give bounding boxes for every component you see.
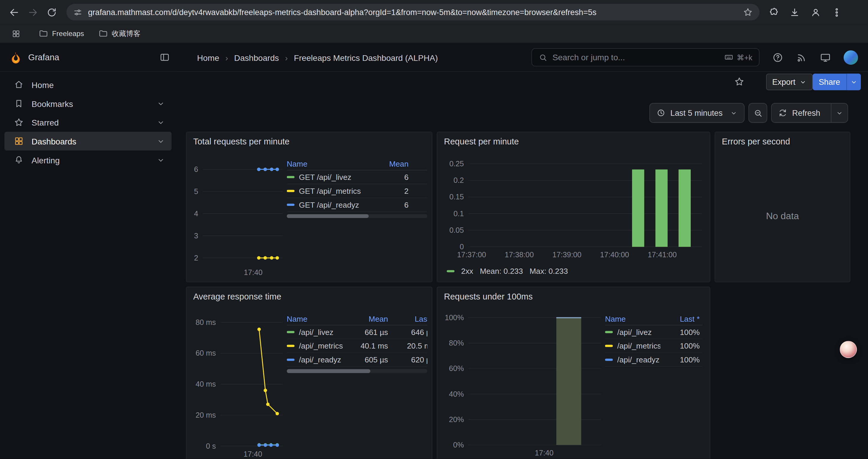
sidebar-item-bookmarks[interactable]: Bookmarks: [4, 94, 172, 113]
panel-request-per-minute[interactable]: Request per minute 0.250.20.150.10.05017…: [437, 132, 710, 282]
panel-average-response-time[interactable]: Average response time 80 ms60 ms40 ms20 …: [186, 287, 433, 459]
series-name[interactable]: /api/_readyz: [617, 355, 659, 364]
chevron-down-icon[interactable]: [157, 119, 165, 127]
bookmark-folder-blogs[interactable]: 收藏博客: [98, 28, 140, 38]
legend-scrollbar-thumb[interactable]: [287, 369, 370, 373]
legend-row[interactable]: /api/_livez661 µs646 µs: [287, 326, 428, 339]
downloads-button[interactable]: [785, 3, 804, 22]
chevron-down-icon[interactable]: [157, 100, 165, 108]
sidebar-item-dashboards[interactable]: Dashboards: [4, 132, 172, 151]
refresh-button[interactable]: Refresh: [771, 103, 848, 123]
help-icon[interactable]: [772, 52, 783, 63]
legend-scrollbar[interactable]: [287, 214, 428, 218]
url-text[interactable]: grafana.mathmast.com/d/deytv4rwavabkb/fr…: [88, 8, 737, 17]
reload-button[interactable]: [42, 3, 61, 22]
sidebar-item-starred[interactable]: Starred: [4, 113, 172, 132]
legend-col-mean[interactable]: Mean: [370, 160, 409, 168]
browser-menu-button[interactable]: [827, 3, 846, 22]
forward-button[interactable]: [23, 3, 42, 22]
series-color-chip: [287, 345, 294, 347]
legend-col-last-[interactable]: Last *: [388, 314, 427, 323]
series-name[interactable]: GET /api/_metrics: [299, 186, 361, 195]
series-name[interactable]: /api/_readyz: [299, 355, 341, 364]
series-name[interactable]: GET /api/_livez: [299, 173, 351, 182]
export-button[interactable]: Export: [766, 73, 812, 90]
panel-requests-under-100ms[interactable]: Requests under 100ms 100%80%60%40%20%0%1…: [437, 287, 710, 459]
apps-grid-button[interactable]: [8, 26, 24, 41]
panel-title[interactable]: Errors per second: [722, 137, 790, 147]
zoom-out-time-button[interactable]: [748, 103, 767, 123]
legend-col-last-[interactable]: Last *: [660, 314, 700, 323]
user-avatar[interactable]: [844, 51, 858, 65]
extensions-button[interactable]: [764, 3, 783, 22]
series-name[interactable]: /api/_livez: [299, 328, 334, 336]
panel-total-requests[interactable]: Total requests per minute 6543217:40 Nam…: [186, 132, 433, 282]
news-rss-icon[interactable]: [796, 52, 807, 63]
series-name[interactable]: /api/_metrics: [617, 341, 660, 350]
legend-col-name[interactable]: Name: [287, 160, 370, 168]
legend-header: NameMeanLast *: [287, 313, 428, 326]
time-range-picker[interactable]: Last 5 minutes: [649, 103, 745, 123]
search-input[interactable]: [553, 53, 719, 62]
back-button[interactable]: [4, 3, 23, 22]
chevron-down-icon[interactable]: [157, 137, 165, 145]
series-color-chip: [287, 204, 294, 206]
legend-row[interactable]: /api/_readyz100%: [605, 353, 703, 367]
refresh-interval-chevron[interactable]: [831, 103, 847, 122]
search-box[interactable]: ⌘+k: [531, 48, 760, 66]
legend-row[interactable]: GET /api/_readyz6: [287, 198, 428, 212]
bookmark-star-icon[interactable]: [743, 7, 753, 17]
kiosk-monitor-icon[interactable]: [820, 52, 831, 63]
address-bar[interactable]: grafana.mathmast.com/d/deytv4rwavabkb/fr…: [66, 4, 760, 21]
share-menu-chevron[interactable]: [846, 73, 861, 90]
request-per-minute-legend[interactable]: 2xx Mean: 0.233 Max: 0.233: [447, 267, 568, 275]
sidebar-item-alerting[interactable]: Alerting: [4, 151, 172, 169]
profile-button[interactable]: [806, 3, 825, 22]
floating-avatar-button[interactable]: [840, 341, 857, 358]
series-name[interactable]: /api/_metrics: [299, 341, 343, 350]
bookmark-icon: [14, 99, 24, 109]
bookmark-label: 收藏博客: [112, 28, 140, 38]
chevron-down-icon[interactable]: [157, 156, 165, 164]
breadcrumb-dashboards[interactable]: Dashboards: [234, 53, 279, 62]
legend-col-mean[interactable]: Mean: [348, 314, 388, 323]
grafana-logo[interactable]: [9, 51, 22, 64]
svg-text:17:40:00: 17:40:00: [600, 251, 629, 259]
sidebar-item-home[interactable]: Home: [4, 75, 172, 94]
series-value: 6: [404, 200, 409, 209]
share-button[interactable]: Share: [813, 73, 861, 90]
breadcrumb-home[interactable]: Home: [197, 53, 219, 62]
brand-name[interactable]: Grafana: [28, 53, 59, 63]
sidebar-item-label: Alerting: [32, 155, 60, 165]
panel-errors-per-second[interactable]: Errors per second No data: [715, 132, 850, 282]
svg-text:40 ms: 40 ms: [195, 380, 216, 388]
legend-row[interactable]: /api/_metrics100%: [605, 339, 703, 353]
series-name[interactable]: GET /api/_readyz: [299, 200, 359, 209]
legend-scrollbar-thumb[interactable]: [287, 214, 369, 218]
series-value: 20.5 ms: [407, 341, 428, 350]
series-color-chip: [447, 270, 454, 272]
legend-row[interactable]: /api/_readyz605 µs620 µs: [287, 353, 428, 367]
legend-col-name[interactable]: Name: [287, 314, 348, 323]
legend-col-name[interactable]: Name: [605, 314, 660, 323]
chevron-down-icon: [730, 109, 737, 117]
legend-row[interactable]: GET /api/_livez6: [287, 170, 428, 184]
share-label[interactable]: Share: [813, 73, 846, 90]
legend-row[interactable]: /api/_metrics40.1 ms20.5 ms: [287, 339, 428, 353]
series-name[interactable]: 2xx: [461, 267, 473, 275]
dock-menu-button[interactable]: [159, 52, 170, 63]
request-per-minute-chart[interactable]: 0.250.20.150.10.05017:37:0017:38:0017:39…: [437, 132, 710, 282]
series-value: 605 µs: [365, 355, 388, 364]
series-name[interactable]: /api/_livez: [617, 328, 652, 336]
folder-icon: [98, 29, 108, 38]
site-settings-icon[interactable]: [73, 7, 83, 17]
legend-row[interactable]: GET /api/_metrics2: [287, 184, 428, 198]
favorite-dashboard-button[interactable]: [734, 76, 745, 87]
svg-text:100%: 100%: [445, 314, 464, 322]
legend-row[interactable]: /api/_livez100%: [605, 326, 703, 339]
bookmark-folder-freeleaps[interactable]: Freeleaps: [39, 29, 84, 38]
svg-text:60%: 60%: [449, 364, 464, 372]
total-requests-legend: NameMeanGET /api/_livez6GET /api/_metric…: [287, 158, 428, 218]
legend-scrollbar[interactable]: [287, 369, 428, 373]
series-color-chip: [605, 359, 613, 361]
